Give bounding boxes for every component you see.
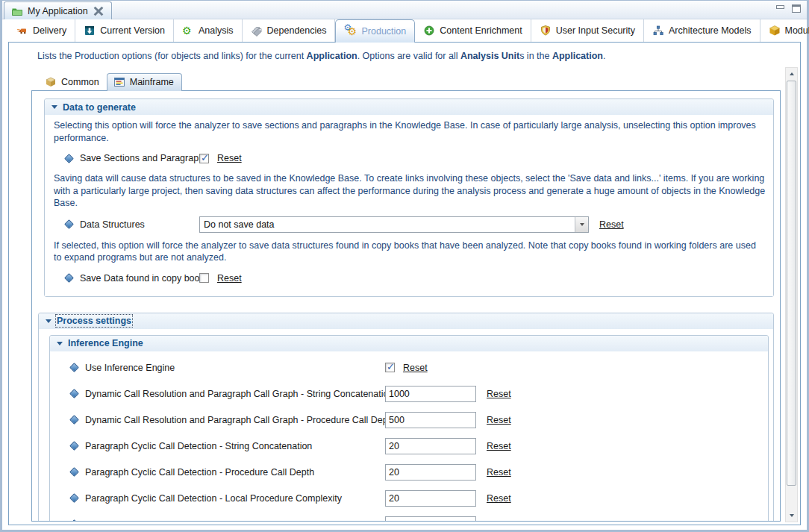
arrow-down-icon: [790, 514, 794, 517]
tab-label: Production: [361, 26, 406, 37]
toolbar-tabstrip: Delivery Current Version ⚙ Analysis Depe…: [2, 19, 807, 42]
tab-delivery[interactable]: Delivery: [8, 19, 75, 42]
options-content: Data to generate Selecting this option w…: [32, 91, 780, 522]
reset-link-use-inference-engine[interactable]: Reset: [403, 363, 428, 373]
production-gears-icon: ⚙⚙: [344, 25, 357, 37]
description-text: .: [603, 51, 605, 61]
use-inference-engine-checkbox[interactable]: [385, 363, 395, 372]
description-text: . Options are valid for all: [357, 51, 460, 61]
section-process-settings: Process settings Inference Engine: [38, 313, 774, 522]
scrollbar-thumb[interactable]: [787, 81, 796, 486]
tab-modules[interactable]: Modules: [760, 19, 809, 42]
tab-label: User Input Security: [556, 25, 635, 36]
maximize-icon[interactable]: [792, 4, 801, 13]
cyclic-string-concat-input[interactable]: [385, 438, 476, 454]
vertical-scrollbar[interactable]: [785, 67, 798, 522]
tab-analysis[interactable]: ⚙ Analysis: [174, 19, 243, 42]
section-title: Data to generate: [63, 102, 136, 113]
option-row-dyn-call-string-concat: Dynamic Call Resolution and Paragraph Ca…: [57, 386, 760, 402]
option-description: Saving data will cause data structures t…: [54, 172, 766, 210]
subtab-mainframe-selected[interactable]: Mainframe: [107, 73, 182, 91]
tab-label: Analysis: [199, 25, 234, 36]
security-shield-icon: [540, 25, 552, 37]
reset-link[interactable]: Reset: [487, 415, 511, 425]
option-row-save-sections: Save Sections and Paragraphs Reset: [52, 151, 766, 166]
arrow-up-icon: [790, 72, 794, 75]
option-label: Paragraph Cyclic Call Detection - String…: [85, 441, 385, 451]
diamond-bullet-icon: [69, 363, 79, 372]
option-row-use-inference-engine: Use Inference Engine Reset: [57, 360, 760, 375]
section-header-data-to-generate[interactable]: Data to generate: [45, 99, 773, 115]
modules-cube-icon: [769, 25, 781, 37]
diamond-bullet-icon: [69, 493, 79, 503]
tab-architecture-models[interactable]: Architecture Models: [644, 19, 760, 42]
close-icon[interactable]: [93, 5, 104, 17]
option-label: Data Structures: [80, 219, 199, 230]
option-label: Save Sections and Paragraphs: [80, 153, 199, 163]
dyn-call-proc-depth-input[interactable]: [385, 412, 476, 428]
editor-tab-label: My Application: [28, 6, 88, 16]
option-label: Dynamic Call Resolution and Paragraph Ca…: [85, 389, 385, 399]
diamond-bullet-icon: [69, 415, 79, 425]
option-label: Use Inference Engine: [85, 363, 385, 373]
option-label: Paragraph Cyclic Call Detection - Proced…: [85, 467, 385, 478]
tab-label: Dependencies: [267, 25, 327, 36]
collapse-triangle-icon: [46, 319, 51, 323]
option-row-cyclic-local-complexity: Paragraph Cyclic Call Detection - Local …: [57, 490, 760, 507]
description-bold: Application: [307, 51, 357, 61]
diamond-bullet-icon: [64, 219, 74, 229]
architecture-models-icon: [652, 25, 664, 37]
diamond-bullet-icon: [69, 441, 79, 451]
tab-dependencies[interactable]: Dependencies: [243, 19, 336, 42]
description-bold: Analysis Unit: [460, 51, 519, 61]
cyclic-local-complexity-input[interactable]: [385, 490, 476, 507]
option-label: Open in Loop Detection - String Concaten…: [85, 519, 385, 522]
tab-production-selected[interactable]: ⚙⚙ Production: [335, 19, 415, 43]
reset-link[interactable]: Reset: [487, 389, 511, 399]
section-header-inference-engine[interactable]: Inference Engine: [50, 336, 768, 351]
description-text: s in the: [519, 51, 552, 61]
save-sections-checkbox[interactable]: [199, 154, 209, 163]
option-row-data-structures: Data Structures Do not save data Reset: [52, 216, 766, 233]
reset-link[interactable]: Reset: [487, 519, 511, 522]
application-window: My Application Delivery: [0, 0, 809, 532]
current-version-icon: [84, 25, 96, 37]
dyn-call-string-concat-input[interactable]: [385, 386, 476, 402]
dropdown-button[interactable]: [575, 217, 588, 232]
subtab-strip: Common Mainframe: [39, 72, 182, 91]
section-body: Use Inference Engine Reset Dynamic Call …: [50, 351, 768, 522]
data-structures-dropdown[interactable]: Do not save data: [199, 216, 589, 233]
option-description: Selecting this option will force the ana…: [54, 119, 766, 144]
minimize-icon[interactable]: [775, 4, 784, 12]
reset-link-data-structures[interactable]: Reset: [599, 219, 624, 230]
reset-link-save-sections[interactable]: Reset: [217, 153, 242, 163]
reset-link[interactable]: Reset: [487, 467, 511, 478]
window-buttons: [775, 4, 801, 13]
reset-link[interactable]: Reset: [487, 493, 511, 504]
editor-tab-my-application[interactable]: My Application: [4, 1, 112, 19]
subtab-label: Common: [61, 77, 99, 87]
loop-string-concat-input[interactable]: [385, 516, 476, 522]
scrollbar-down-button[interactable]: [786, 510, 797, 522]
tab-label: Current Version: [100, 25, 165, 36]
tab-current-version[interactable]: Current Version: [75, 19, 174, 42]
section-header-process-settings[interactable]: Process settings: [39, 313, 773, 329]
description-bold: Application: [552, 51, 603, 61]
subtab-common[interactable]: Common: [39, 74, 107, 91]
tab-user-input-security[interactable]: User Input Security: [531, 19, 644, 42]
options-panel: Data to generate Selecting this option w…: [31, 90, 781, 522]
tab-label: Modules: [785, 25, 809, 36]
cyclic-proc-depth-input[interactable]: [385, 464, 476, 481]
copy-books-checkbox[interactable]: [199, 273, 209, 283]
tab-content-enrichment[interactable]: Content Enrichment: [415, 19, 531, 42]
section-title: Process settings: [57, 316, 131, 326]
option-row-copy-books: Save Data found in copy books Reset: [52, 271, 766, 286]
option-label: Save Data found in copy books: [80, 273, 199, 284]
scrollbar-up-button[interactable]: [786, 68, 797, 80]
reset-link[interactable]: Reset: [487, 441, 511, 451]
option-label: Paragraph Cyclic Call Detection - Local …: [85, 493, 385, 504]
reset-link-copy-books[interactable]: Reset: [217, 273, 242, 284]
chevron-down-icon: [580, 223, 584, 226]
section-title: Inference Engine: [68, 338, 143, 348]
description-text: Lists the Production options (for object…: [37, 51, 307, 61]
